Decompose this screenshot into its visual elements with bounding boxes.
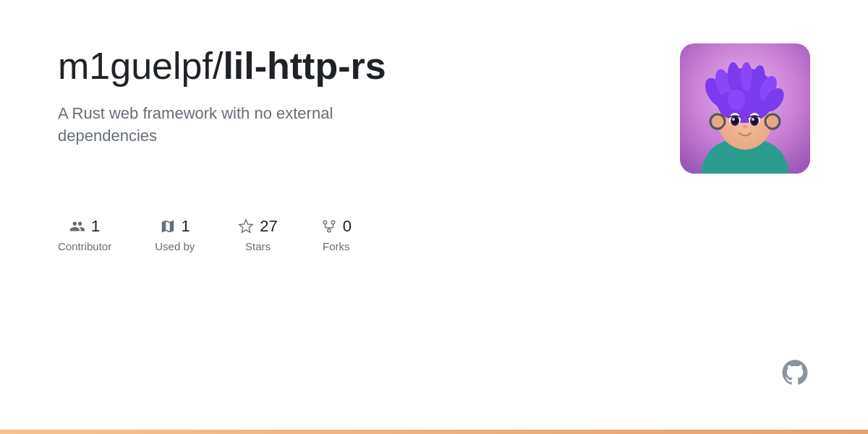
avatar-image bbox=[680, 43, 810, 174]
svg-point-22 bbox=[752, 118, 754, 121]
bottom-bar bbox=[0, 430, 868, 434]
package-icon bbox=[160, 218, 176, 234]
github-logo bbox=[780, 357, 810, 391]
stat-stars-top: 27 bbox=[238, 217, 277, 236]
svg-point-14 bbox=[728, 90, 745, 110]
svg-point-32 bbox=[327, 229, 331, 232]
stat-forks-top: 0 bbox=[321, 217, 352, 236]
used-by-count: 1 bbox=[182, 217, 190, 236]
stars-count: 27 bbox=[260, 217, 277, 236]
svg-point-31 bbox=[331, 221, 335, 224]
svg-point-9 bbox=[741, 62, 752, 91]
svg-point-25 bbox=[767, 115, 778, 128]
contributors-label: Contributor bbox=[58, 240, 111, 252]
stat-used-by-top: 1 bbox=[160, 217, 190, 236]
avatar bbox=[680, 43, 810, 174]
svg-point-18 bbox=[732, 118, 735, 121]
svg-point-28 bbox=[722, 125, 733, 132]
main-content: m1guelpf/lil-http-rs A Rust web framewor… bbox=[0, 0, 868, 174]
repo-title: m1guelpf/lil-http-rs bbox=[58, 43, 564, 88]
people-icon bbox=[69, 218, 85, 234]
repo-name: lil-http-rs bbox=[223, 45, 386, 87]
stat-forks[interactable]: 0 Forks bbox=[321, 217, 352, 252]
forks-label: Forks bbox=[323, 240, 350, 252]
stats-section: 1 Contributor 1 Used by 27 Stars bbox=[0, 174, 868, 252]
stat-used-by[interactable]: 1 Used by bbox=[155, 217, 195, 252]
repo-owner: m1guelpf bbox=[58, 45, 213, 87]
fork-icon bbox=[321, 218, 337, 234]
svg-point-24 bbox=[712, 115, 723, 128]
svg-point-29 bbox=[757, 125, 768, 132]
left-section: m1guelpf/lil-http-rs A Rust web framewor… bbox=[58, 43, 564, 148]
stat-stars[interactable]: 27 Stars bbox=[238, 217, 277, 252]
repo-description: A Rust web framework with no external de… bbox=[58, 103, 420, 148]
stat-contributors-top: 1 bbox=[69, 217, 100, 236]
star-icon bbox=[238, 218, 254, 234]
stat-contributors[interactable]: 1 Contributor bbox=[58, 217, 111, 252]
contributors-count: 1 bbox=[91, 217, 100, 236]
svg-point-30 bbox=[323, 221, 327, 224]
stars-label: Stars bbox=[245, 240, 271, 252]
used-by-label: Used by bbox=[155, 240, 195, 252]
forks-count: 0 bbox=[343, 217, 352, 236]
svg-point-23 bbox=[743, 125, 747, 128]
